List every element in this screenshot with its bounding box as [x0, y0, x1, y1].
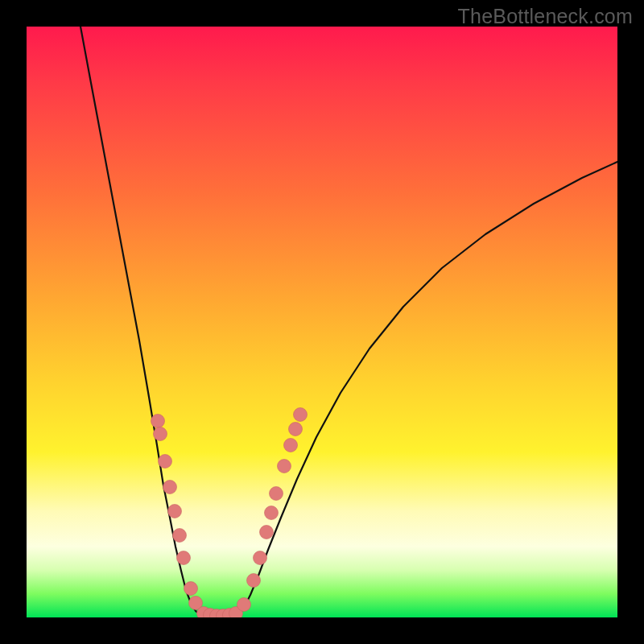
bottleneck-curve	[80, 27, 617, 617]
data-dot	[151, 415, 165, 428]
data-dot	[254, 551, 267, 565]
data-dot	[284, 439, 298, 452]
data-dot	[278, 460, 291, 473]
plot-area	[27, 27, 617, 617]
data-dot	[247, 574, 261, 588]
chart-svg	[27, 27, 617, 617]
watermark-text: TheBottleneck.com	[458, 5, 633, 28]
data-dot	[159, 455, 172, 469]
data-dot	[289, 423, 303, 436]
data-dot	[173, 529, 187, 543]
data-dot	[237, 598, 251, 612]
data-dot	[270, 487, 283, 501]
data-dot	[163, 481, 177, 494]
data-dot	[260, 526, 274, 539]
data-dot	[168, 505, 182, 518]
data-dot	[177, 551, 191, 565]
chart-frame: TheBottleneck.com	[0, 0, 644, 644]
data-dot	[265, 506, 279, 520]
data-dot	[184, 582, 198, 596]
data-dot	[294, 408, 308, 422]
data-dot	[154, 427, 167, 441]
